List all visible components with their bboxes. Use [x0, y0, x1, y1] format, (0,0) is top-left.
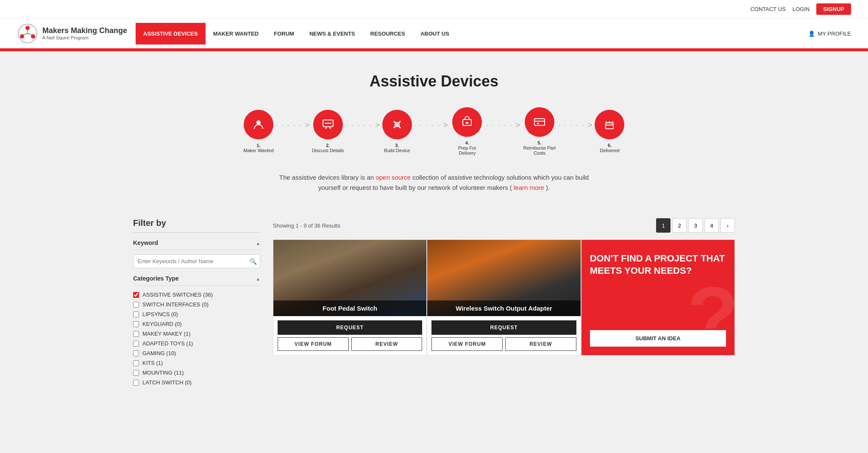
- step-6: 6. Delivered: [595, 110, 624, 153]
- step-6-circle: [595, 110, 624, 139]
- nav-about-us[interactable]: ABOUT US: [413, 23, 457, 44]
- step-5: 5. Reimburse Part Costs: [523, 107, 556, 156]
- foot-pedal-review-button[interactable]: REVIEW: [351, 337, 423, 351]
- keyword-filter-header[interactable]: Keyword: [133, 239, 260, 250]
- step-4-circle: [452, 107, 482, 137]
- step-2: 2. Discuss Details: [312, 110, 344, 153]
- open-source-link[interactable]: open source: [376, 174, 411, 181]
- step-5-num: 5.: [523, 140, 556, 145]
- keyword-input-wrapper: 🔍: [133, 254, 260, 268]
- svg-line-5: [28, 33, 32, 35]
- my-profile-label: MY PROFILE: [818, 31, 851, 37]
- nav-resources[interactable]: RESOURCES: [363, 23, 413, 44]
- nav-assistive-devices[interactable]: ASSISTIVE DEVICES: [136, 23, 206, 44]
- hero-description: The assistive devices library is an open…: [273, 172, 595, 193]
- category-label: KEYGUARD (0): [142, 321, 181, 327]
- checkbox-mounting[interactable]: [133, 370, 139, 376]
- card-foot-pedal-image: Foot Pedal Switch: [273, 240, 426, 316]
- category-mounting: MOUNTING (11): [133, 368, 260, 378]
- checkbox-assistive-switches[interactable]: [133, 292, 139, 298]
- step-6-num: 6.: [600, 143, 619, 148]
- checkbox-latch-switch[interactable]: [133, 380, 139, 386]
- wireless-request-button[interactable]: REQUEST: [431, 320, 576, 335]
- keyword-input[interactable]: [133, 254, 260, 268]
- page-3-button[interactable]: 3: [688, 218, 703, 233]
- category-makey-makey: MAKEY MAKEY (1): [133, 329, 260, 339]
- checkbox-switch-interfaces[interactable]: [133, 302, 139, 308]
- submit-idea-button[interactable]: SUBMIT AN IDEA: [590, 330, 726, 347]
- keyword-label: Keyword: [133, 239, 158, 246]
- learn-more-link[interactable]: learn more: [514, 184, 544, 191]
- page-1-button[interactable]: 1: [656, 218, 670, 233]
- svg-point-1: [25, 26, 30, 30]
- login-link[interactable]: LOGIN: [793, 6, 810, 12]
- search-icon: 🔍: [250, 258, 257, 265]
- step-4-label: Prep For Delivery: [450, 145, 484, 156]
- category-label: LATCH SWITCH (0): [142, 379, 192, 386]
- category-lipsyncs: LIPSYNCS (0): [133, 309, 260, 319]
- nav-maker-wanted[interactable]: MAKER WANTED: [206, 23, 267, 44]
- wireless-review-button[interactable]: REVIEW: [505, 337, 576, 351]
- steps-diagram: 1. Maker Wanted · · · · · > 2. Discuss D…: [17, 107, 851, 156]
- checkbox-gaming[interactable]: [133, 350, 139, 356]
- page-4-button[interactable]: 4: [704, 218, 719, 233]
- step-2-label: Discuss Details: [312, 148, 344, 153]
- category-adapted-toys: ADAPTED TOYS (1): [133, 339, 260, 348]
- promo-text: DON'T FIND A PROJECT THAT MEETS YOUR NEE…: [581, 240, 734, 285]
- step-2-circle: [313, 110, 343, 139]
- svg-rect-20: [606, 123, 613, 129]
- checkbox-makey-makey[interactable]: [133, 331, 139, 337]
- card-foot-pedal-actions: REQUEST VIEW FORUM REVIEW: [273, 316, 426, 355]
- content-area: Showing 1 - 9 of 36 Results 1 2 3 4 › Fo…: [273, 218, 735, 394]
- category-gaming: GAMING (10): [133, 348, 260, 358]
- category-label: GAMING (10): [142, 350, 176, 356]
- desc-text-3: ).: [546, 184, 550, 191]
- card-wireless-image: Wireless Switch Output Adapter: [427, 240, 580, 316]
- step-5-label: Reimburse Part Costs: [523, 145, 556, 156]
- page-2-button[interactable]: 2: [672, 218, 687, 233]
- cards-grid: Foot Pedal Switch REQUEST VIEW FORUM REV…: [273, 239, 735, 356]
- category-label: LIPSYNCS (0): [142, 311, 178, 317]
- step-6-label: Delivered: [600, 148, 619, 153]
- page-next-button[interactable]: ›: [721, 218, 735, 233]
- my-profile-link[interactable]: 👤 MY PROFILE: [808, 31, 851, 37]
- main-nav: Makers Making Change A Neil Squire Progr…: [0, 19, 868, 50]
- signup-button[interactable]: SIGNUP: [816, 3, 851, 15]
- foot-pedal-title: Foot Pedal Switch: [273, 300, 426, 316]
- profile-icon: 👤: [808, 31, 815, 37]
- results-count: Showing 1 - 9 of 36 Results: [273, 222, 340, 229]
- category-assistive-switches: ASSISTIVE SWITCHES (36): [133, 290, 260, 300]
- svg-line-6: [23, 33, 28, 35]
- category-latch-switch: LATCH SWITCH (0): [133, 378, 260, 387]
- checkbox-keyguard[interactable]: [133, 321, 139, 327]
- checkbox-lipsyncs[interactable]: [133, 311, 139, 317]
- nav-news-events[interactable]: NEWS & EVENTS: [302, 23, 363, 44]
- wireless-view-forum-button[interactable]: VIEW FORUM: [431, 337, 503, 351]
- card-wireless-actions: REQUEST VIEW FORUM REVIEW: [427, 316, 580, 355]
- pagination-bar: Showing 1 - 9 of 36 Results 1 2 3 4 ›: [273, 218, 735, 233]
- foot-pedal-request-button[interactable]: REQUEST: [278, 320, 422, 335]
- category-label: SWITCH INTERFACES (0): [142, 301, 209, 308]
- step-1-label: Maker Wanted: [244, 148, 274, 153]
- contact-us-link[interactable]: CONTACT US: [750, 6, 785, 12]
- wireless-bottom-buttons: VIEW FORUM REVIEW: [431, 337, 576, 351]
- step-3-num: 3.: [384, 143, 410, 148]
- checkbox-kits[interactable]: [133, 360, 139, 366]
- checkbox-adapted-toys[interactable]: [133, 341, 139, 347]
- keyword-filter: Keyword 🔍: [133, 239, 260, 268]
- top-bar: CONTACT US LOGIN SIGNUP: [0, 0, 868, 19]
- logo[interactable]: Makers Making Change A Neil Squire Progr…: [17, 19, 127, 48]
- step-4-num: 4.: [450, 140, 484, 145]
- hero-section: Assistive Devices 1. Maker Wanted · · · …: [0, 51, 868, 210]
- foot-pedal-view-forum-button[interactable]: VIEW FORUM: [278, 337, 349, 351]
- step-1-circle: [244, 110, 273, 139]
- categories-chevron: [256, 275, 260, 282]
- sidebar: Filter by Keyword 🔍 Categories Type ASSI…: [133, 218, 260, 394]
- wireless-title: Wireless Switch Output Adapter: [427, 300, 580, 316]
- logo-icon: [17, 23, 38, 44]
- step-dots-3: · · · · · >: [412, 121, 451, 142]
- card-wireless-switch: Wireless Switch Output Adapter REQUEST V…: [427, 239, 581, 356]
- step-1: 1. Maker Wanted: [244, 110, 274, 153]
- categories-filter-header[interactable]: Categories Type: [133, 275, 260, 286]
- nav-forum[interactable]: FORUM: [266, 23, 302, 44]
